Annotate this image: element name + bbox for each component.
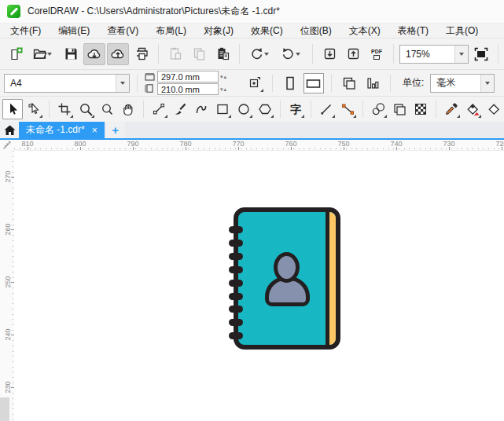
- toolbar-separator: [393, 44, 394, 64]
- pattern-fill-tool[interactable]: [410, 99, 431, 119]
- ruler-origin-corner[interactable]: [0, 140, 14, 151]
- interactive-fill-tool[interactable]: [484, 99, 504, 119]
- shape-tool[interactable]: [24, 99, 44, 119]
- save-button[interactable]: [60, 43, 82, 65]
- landscape-icon: [306, 77, 322, 90]
- zoom-in-tool[interactable]: [75, 99, 96, 119]
- pan-tool[interactable]: [118, 99, 138, 119]
- main-area: 270260250240230: [0, 151, 504, 421]
- nudge-offset-button[interactable]: [245, 73, 265, 93]
- transparency-tool[interactable]: [389, 99, 410, 119]
- page-width-spinner[interactable]: ▾▴: [220, 71, 227, 82]
- connector-tool[interactable]: [337, 99, 358, 119]
- page-height-icon: [145, 84, 155, 93]
- toolbox-separator: [143, 101, 144, 118]
- propbar-separator: [331, 75, 332, 92]
- horizontal-ruler[interactable]: 810800790780770760750740730720: [0, 140, 504, 151]
- units-select[interactable]: 毫米: [430, 74, 495, 93]
- toolbar-separator: [312, 44, 313, 64]
- open-button[interactable]: [28, 43, 58, 65]
- property-bar: A4 297.0 mm ▾▴ 210.0: [0, 69, 504, 96]
- window-title: CorelDRAW - C:\Users\Administrator\Pictu…: [28, 5, 280, 18]
- h-ruler-tick: [186, 147, 186, 150]
- undo-dropdown-caret[interactable]: [264, 53, 269, 56]
- toolbox-separator: [280, 101, 281, 118]
- import-icon: [322, 46, 337, 61]
- drawing-canvas[interactable]: [14, 151, 504, 421]
- redo-button[interactable]: [277, 43, 307, 65]
- zoom-dropdown-button[interactable]: [454, 46, 468, 63]
- polygon-tool[interactable]: [255, 99, 275, 119]
- menu-table[interactable]: 表格(T): [389, 24, 437, 38]
- menu-text[interactable]: 文本(X): [340, 24, 389, 38]
- artistic-media-tool[interactable]: [170, 99, 190, 119]
- rectangle-icon: [215, 102, 230, 116]
- new-tab-button[interactable]: +: [106, 122, 125, 138]
- freehand-tool[interactable]: [149, 99, 169, 119]
- paste-button[interactable]: [212, 43, 234, 65]
- publish-pdf-button[interactable]: PDF: [366, 43, 388, 65]
- menu-bitmaps[interactable]: 位图(B): [292, 24, 340, 38]
- tab-close-icon[interactable]: ×: [92, 126, 97, 135]
- text-tool[interactable]: 字: [285, 99, 306, 119]
- chevron-down-icon: [120, 82, 125, 85]
- all-pages-button[interactable]: [339, 73, 359, 93]
- cloud-upload-button[interactable]: [107, 43, 129, 65]
- standard-toolbar: PDF 175%: [0, 38, 504, 69]
- menu-layout[interactable]: 布局(L): [147, 24, 195, 38]
- zoom-level-combo[interactable]: 175%: [399, 45, 469, 64]
- propbar-separator: [390, 75, 391, 92]
- menu-edit[interactable]: 编辑(E): [50, 24, 98, 38]
- rectangle-tool[interactable]: [212, 99, 233, 119]
- crop-tool[interactable]: [54, 99, 75, 119]
- pick-tool[interactable]: [2, 99, 23, 119]
- welcome-home-button[interactable]: [0, 122, 19, 138]
- print-button[interactable]: [131, 43, 153, 65]
- open-dropdown-caret[interactable]: [47, 53, 52, 56]
- import-button[interactable]: [318, 43, 340, 65]
- cloud-download-button[interactable]: [83, 43, 105, 65]
- landscape-button[interactable]: [304, 73, 324, 93]
- export-button[interactable]: [342, 43, 364, 65]
- units-dropdown[interactable]: [480, 75, 494, 92]
- page-numbering-button[interactable]: [362, 73, 383, 93]
- undo-button[interactable]: [245, 43, 275, 65]
- page-height-field[interactable]: 210.0 mm: [157, 83, 219, 95]
- propbar-separator: [137, 75, 138, 92]
- h-ruler-tick: [238, 147, 239, 150]
- full-screen-preview-button[interactable]: [470, 43, 492, 65]
- document-tab-label: 未命名 -1.cdr*: [26, 123, 85, 137]
- page-dimensions-group: 297.0 mm ▾▴ 210.0 mm ▾▴: [145, 71, 227, 95]
- page-height-spinner[interactable]: ▾▴: [220, 83, 227, 95]
- full-screen-icon: [473, 46, 489, 62]
- page-width-field[interactable]: 297.0 mm: [157, 71, 219, 82]
- zoom-out-tool[interactable]: [97, 99, 117, 119]
- menu-view[interactable]: 查看(V): [98, 24, 147, 38]
- document-tab-active[interactable]: 未命名 -1.cdr* ×: [19, 122, 105, 138]
- page-width-icon: [145, 73, 155, 82]
- page-size-dropdown[interactable]: [116, 75, 129, 92]
- cloud-upload-icon: [110, 46, 126, 62]
- toolbar-separator: [239, 44, 240, 64]
- vertical-ruler[interactable]: 270260250240230: [0, 151, 14, 421]
- hand-icon: [121, 102, 136, 117]
- menu-object[interactable]: 对象(J): [195, 24, 242, 38]
- page-size-select[interactable]: A4: [4, 74, 130, 93]
- menu-effects[interactable]: 效果(C): [242, 24, 292, 38]
- smart-fill-tool[interactable]: [462, 99, 483, 119]
- redo-dropdown-caret[interactable]: [296, 53, 300, 56]
- b-spline-tool[interactable]: [191, 99, 212, 119]
- print-icon: [134, 46, 149, 61]
- color-eyedropper-tool[interactable]: [441, 99, 462, 119]
- portrait-button[interactable]: [280, 73, 300, 93]
- chevron-down-icon: [485, 82, 490, 85]
- straight-line-tool[interactable]: [316, 99, 337, 119]
- h-ruler-tick: [344, 147, 344, 150]
- menu-file[interactable]: 文件(F): [2, 24, 50, 38]
- freehand-icon: [152, 102, 166, 116]
- spiral-bar: [229, 306, 243, 313]
- new-document-button[interactable]: [5, 43, 27, 65]
- ellipse-tool[interactable]: [234, 99, 254, 119]
- blend-tool[interactable]: [368, 99, 388, 119]
- menu-tools[interactable]: 工具(O): [437, 24, 487, 38]
